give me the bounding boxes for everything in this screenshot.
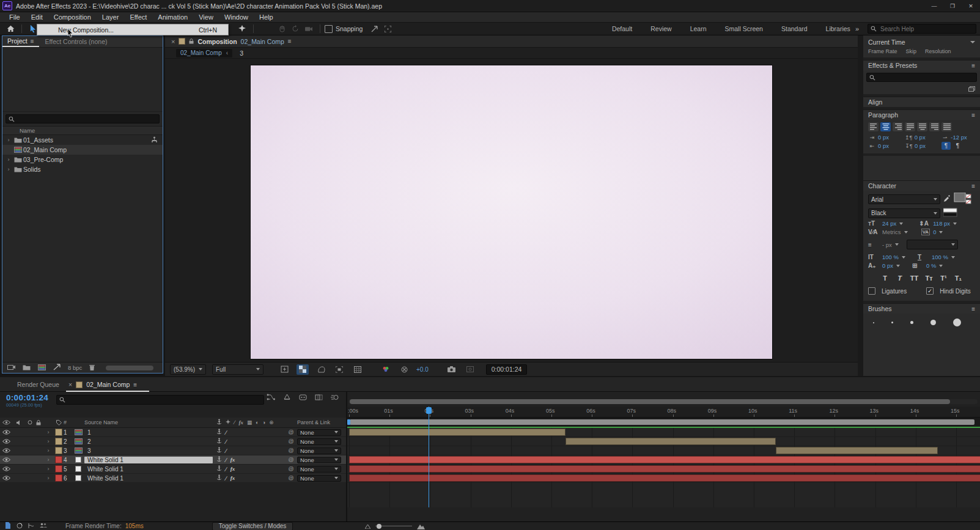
- active-comp-name[interactable]: 02_Main Comp: [241, 38, 284, 45]
- menu-edit[interactable]: Edit: [26, 12, 48, 23]
- track-row-3[interactable]: [347, 446, 980, 455]
- rotate-tool-icon[interactable]: [289, 23, 302, 34]
- menu-layer[interactable]: Layer: [97, 12, 125, 23]
- scrollbar-thumb[interactable]: [350, 399, 950, 404]
- indent-right-field[interactable]: ⇤0 px: [868, 142, 902, 149]
- twirl-icon[interactable]: ›: [5, 166, 12, 172]
- breadcrumb-comp-pill[interactable]: 02_Main Comp ‹: [176, 49, 232, 57]
- zoom-in-mountain-icon[interactable]: [417, 523, 425, 529]
- anchor-icon[interactable]: [216, 474, 222, 482]
- project-name-column-header[interactable]: Name: [2, 126, 163, 135]
- new-preset-icon[interactable]: [968, 86, 975, 93]
- tsume-value[interactable]: 0 %: [926, 262, 936, 269]
- layer-row-2[interactable]: ›22∕@None: [0, 437, 346, 446]
- show-snapshot-icon[interactable]: [464, 364, 476, 375]
- resolution-dropdown[interactable]: Full: [212, 364, 263, 375]
- font-style-dropdown[interactable]: Black: [868, 208, 940, 218]
- font-family-dropdown[interactable]: Arial: [868, 194, 940, 204]
- quality-switch[interactable]: ∕: [226, 466, 227, 473]
- panel-menu-icon[interactable]: ≡: [971, 112, 975, 119]
- workspace-overflow-chevrons[interactable]: »: [855, 25, 859, 32]
- layer-label-swatch[interactable]: [54, 429, 64, 436]
- new-composition-icon[interactable]: [38, 364, 46, 372]
- character-header[interactable]: Character ≡: [863, 180, 980, 191]
- workspace-standard[interactable]: Standard: [781, 25, 808, 32]
- preview-column-skip[interactable]: Skip: [906, 48, 917, 54]
- chevron-down-icon[interactable]: [904, 231, 908, 234]
- panel-menu-icon[interactable]: ≡: [971, 62, 975, 69]
- parent-link-dropdown[interactable]: None: [297, 475, 345, 482]
- align-header[interactable]: Align: [863, 97, 980, 107]
- timeline-split-divider[interactable]: [346, 392, 347, 521]
- timeline-search-box[interactable]: [56, 395, 264, 405]
- menu-help[interactable]: Help: [254, 12, 279, 23]
- current-timecode[interactable]: 0:00:01:24: [6, 393, 48, 402]
- snapshot-camera-icon[interactable]: [446, 364, 458, 375]
- panel-menu-icon[interactable]: ≡: [971, 306, 975, 312]
- render-status-icon[interactable]: [17, 523, 23, 530]
- trash-icon[interactable]: [89, 364, 95, 372]
- layer-name[interactable]: 1: [83, 429, 216, 436]
- all-caps-button[interactable]: TT: [908, 274, 920, 282]
- parent-link-value[interactable]: None: [297, 429, 341, 436]
- project-search-box[interactable]: [6, 114, 160, 123]
- eye-icon[interactable]: [0, 466, 13, 471]
- twirl-icon[interactable]: ›: [43, 438, 54, 444]
- layer-switches[interactable]: ∕: [216, 438, 285, 445]
- layer-label-swatch[interactable]: [54, 456, 64, 463]
- snapping-checkbox[interactable]: [325, 25, 333, 33]
- users-icon[interactable]: [40, 523, 47, 529]
- faux-italic-button[interactable]: T: [894, 274, 905, 282]
- stroke-fill-order-swatch[interactable]: [943, 208, 959, 218]
- eye-icon[interactable]: [0, 448, 13, 453]
- tab-project[interactable]: Project ≡: [2, 36, 39, 47]
- project-item-02_main comp[interactable]: 02_Main Comp: [2, 145, 163, 155]
- twirl-icon[interactable]: ›: [43, 447, 54, 454]
- layer-name[interactable]: White Solid 1: [83, 457, 216, 463]
- transparency-grid-icon[interactable]: [297, 364, 309, 375]
- twirl-icon[interactable]: ›: [5, 137, 12, 143]
- twirl-icon[interactable]: ›: [5, 156, 12, 163]
- eye-icon[interactable]: [0, 430, 13, 435]
- layer-label-swatch[interactable]: [54, 438, 64, 445]
- panel-menu-icon[interactable]: ≡: [133, 381, 137, 388]
- snap-along-edges-icon[interactable]: [367, 23, 381, 34]
- layer-switches[interactable]: ∕: [216, 429, 285, 436]
- hindi-digits-checkbox[interactable]: ✓: [926, 287, 934, 295]
- anchor-icon[interactable]: [216, 438, 222, 445]
- tab-timeline-comp[interactable]: × 02_Main Comp ≡: [68, 377, 137, 392]
- project-item-01_assets[interactable]: ›01_Assets: [2, 135, 163, 145]
- subscript-button[interactable]: T₁: [952, 274, 964, 282]
- parent-link-value[interactable]: None: [297, 466, 341, 473]
- layer-switches[interactable]: ∕fx: [216, 474, 285, 482]
- anchor-icon[interactable]: [216, 429, 222, 436]
- menu-file[interactable]: File: [4, 12, 26, 23]
- leading-value[interactable]: 118 px: [933, 220, 950, 227]
- space-before-field[interactable]: ↥¶0 px: [905, 134, 939, 141]
- panel-menu-icon[interactable]: ≡: [971, 183, 975, 190]
- work-area-bar[interactable]: [350, 419, 974, 425]
- panel-menu-icon[interactable]: ≡: [31, 38, 34, 45]
- parent-pickwhip-icon[interactable]: @: [285, 447, 297, 454]
- layer-row-3[interactable]: ›33∕@None: [0, 446, 346, 455]
- help-search-box[interactable]: [868, 24, 976, 34]
- shy-layers-icon[interactable]: [299, 394, 307, 402]
- track-area[interactable]: [347, 428, 980, 507]
- track-row-6[interactable]: [347, 474, 980, 483]
- layer-duration-bar[interactable]: [349, 456, 980, 463]
- kerning-value[interactable]: Metrics: [882, 229, 901, 235]
- preview-column-frame-rate[interactable]: Frame Rate: [868, 48, 897, 54]
- parent-pickwhip-icon[interactable]: @: [285, 457, 297, 463]
- layer-label-swatch[interactable]: [54, 474, 64, 482]
- zoom-out-mountain-icon[interactable]: [365, 524, 370, 529]
- home-icon[interactable]: [4, 23, 17, 34]
- magnification-dropdown[interactable]: (53.9%): [170, 364, 206, 375]
- timeline-horizontal-scrollbar[interactable]: [347, 393, 980, 405]
- font-size-value[interactable]: 24 px: [882, 220, 896, 227]
- parent-link-dropdown[interactable]: None: [297, 447, 345, 454]
- draft-3d-icon[interactable]: [283, 394, 291, 402]
- layer-switches[interactable]: ∕: [216, 447, 285, 454]
- parent-link-value[interactable]: None: [297, 475, 341, 482]
- eye-icon[interactable]: [0, 439, 13, 444]
- project-scrollbar-thumb[interactable]: [106, 366, 153, 370]
